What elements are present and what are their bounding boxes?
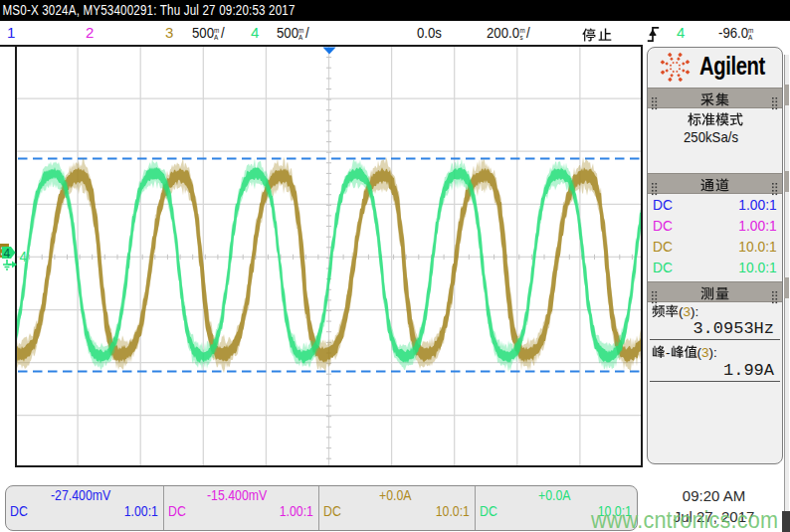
svg-text:4: 4	[4, 247, 11, 261]
